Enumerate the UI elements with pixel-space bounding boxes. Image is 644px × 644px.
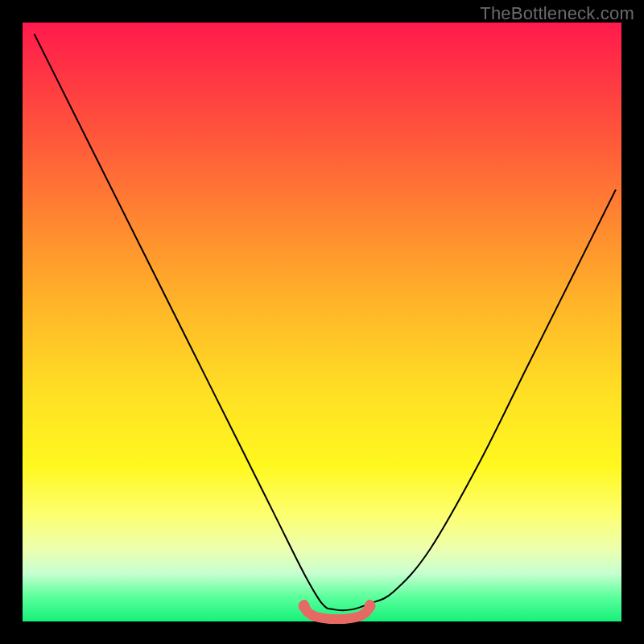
valley-marker-dot-left bbox=[299, 601, 310, 612]
chart-area bbox=[23, 23, 621, 621]
valley-marker-dot-right bbox=[365, 601, 376, 612]
plot-svg bbox=[23, 23, 621, 621]
bottleneck-curve bbox=[35, 35, 616, 610]
watermark-text: TheBottleneck.com bbox=[480, 3, 634, 24]
curve-group bbox=[35, 35, 616, 610]
